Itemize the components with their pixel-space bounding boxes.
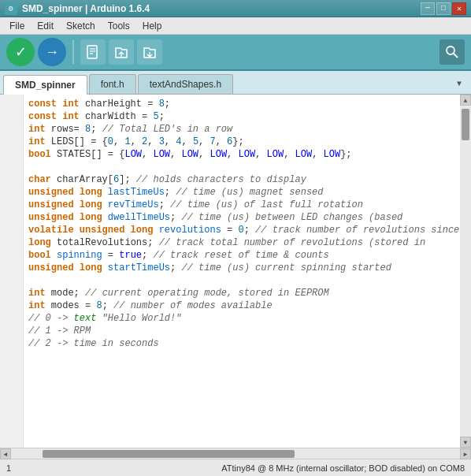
code-line-5: bool STATES[] = {LOW, LOW, LOW, LOW, LOW… [28, 148, 455, 161]
scroll-left-arrow[interactable]: ◄ [0, 448, 11, 459]
menu-file[interactable]: File [3, 19, 31, 33]
board-info: ATtiny84 @ 8 MHz (internal oscillator; B… [221, 463, 465, 473]
vertical-scrollbar[interactable]: ▲ ▼ [460, 95, 471, 448]
scroll-track-h[interactable] [11, 448, 460, 459]
status-bar: 1 ATtiny84 @ 8 MHz (internal oscillator;… [0, 459, 471, 476]
menu-tools[interactable]: Tools [102, 19, 136, 33]
toolbar-divider-1 [72, 40, 74, 64]
code-line-19: // 1 -> RPM [28, 325, 455, 337]
scroll-up-arrow[interactable]: ▲ [460, 95, 471, 106]
code-line-18: // 0 -> text "Hello World!" [28, 312, 455, 325]
maximize-button[interactable]: □ [436, 2, 451, 15]
save-button[interactable] [137, 39, 162, 65]
scroll-down-arrow[interactable]: ▼ [460, 437, 471, 448]
line-number: 1 [6, 463, 11, 473]
svg-point-4 [447, 46, 454, 54]
code-line-12: long totalRevolutions; // track total nu… [28, 236, 455, 249]
search-button[interactable] [439, 39, 465, 65]
code-line-6 [28, 161, 455, 173]
code-line-10: unsigned long dwellTimeUs; // time (us) … [28, 211, 455, 224]
svg-line-5 [454, 54, 458, 58]
code-line-16: int mode; // current operating mode, sto… [28, 287, 455, 299]
code-line-9: unsigned long revTimeUs; // time (us) of… [28, 199, 455, 211]
new-button[interactable] [80, 39, 106, 65]
code-line-15 [28, 274, 455, 287]
upload-button[interactable]: → [38, 38, 66, 66]
open-button[interactable] [109, 39, 134, 65]
title-bar-left: ⚙ SMD_spinner | Arduino 1.6.4 [5, 2, 150, 15]
code-line-11: volatile unsigned long revolutions = 0; … [28, 224, 455, 236]
app-icon: ⚙ [5, 2, 17, 15]
tab-font-h[interactable]: font.h [89, 74, 136, 94]
code-line-20: // 2 -> time in seconds [28, 337, 455, 350]
scroll-right-arrow[interactable]: ► [460, 448, 471, 459]
tab-textandshapes-h[interactable]: textAndShapes.h [138, 74, 233, 94]
menu-edit[interactable]: Edit [31, 19, 60, 33]
scroll-thumb-h[interactable] [43, 450, 295, 458]
menu-sketch[interactable]: Sketch [60, 19, 102, 33]
code-line-8: unsigned long lastTimeUs; // time (us) m… [28, 186, 455, 199]
code-line-17: int modes = 8; // number of modes availa… [28, 299, 455, 312]
verify-button[interactable]: ✓ [6, 38, 35, 66]
code-line-13: bool spinning = true; // track reset of … [28, 249, 455, 262]
window-title: SMD_spinner | Arduino 1.6.4 [22, 3, 150, 14]
menu-bar: File Edit Sketch Tools Help [0, 17, 471, 35]
title-bar: ⚙ SMD_spinner | Arduino 1.6.4 ─ □ ✕ [0, 0, 471, 17]
code-line-1: const int charHeight = 8; [28, 98, 455, 110]
code-line-2: const int charWidth = 5; [28, 110, 455, 123]
tab-smd-spinner[interactable]: SMD_spinner [3, 75, 87, 95]
code-line-3: int rows= 8; // Total LED's in a row [28, 123, 455, 136]
tabs-dropdown[interactable]: ▼ [451, 74, 468, 94]
editor-container: const int charHeight = 8; const int char… [0, 95, 471, 448]
window-controls: ─ □ ✕ [421, 2, 466, 15]
minimize-button[interactable]: ─ [421, 2, 435, 15]
scroll-thumb-v[interactable] [462, 109, 469, 140]
tabs-bar: SMD_spinner font.h textAndShapes.h ▼ [0, 71, 471, 95]
code-line-4: int LEDS[] = {0, 1, 2, 3, 4, 5, 7, 6}; [28, 136, 455, 148]
code-line-14: unsigned long startTimeUs; // time (us) … [28, 262, 455, 274]
close-button[interactable]: ✕ [452, 2, 466, 15]
code-area[interactable]: const int charHeight = 8; const int char… [24, 95, 460, 448]
toolbar: ✓ → [0, 35, 471, 71]
code-line-7: char charArray[6]; // holds characters t… [28, 173, 455, 186]
svg-rect-0 [87, 46, 97, 58]
line-numbers [0, 95, 24, 448]
menu-help[interactable]: Help [136, 19, 169, 33]
scroll-track-v[interactable] [461, 106, 470, 437]
horizontal-scrollbar[interactable]: ◄ ► [0, 448, 471, 459]
